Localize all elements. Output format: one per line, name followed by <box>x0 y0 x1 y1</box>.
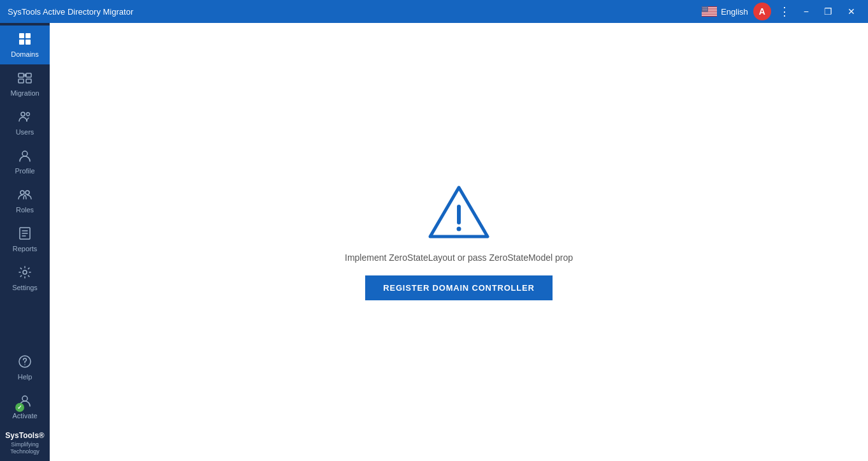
settings-icon <box>18 265 32 281</box>
main-content: Implement ZeroStateLayout or pass ZeroSt… <box>50 23 868 461</box>
svg-point-39 <box>21 112 25 116</box>
maximize-button[interactable]: ❐ <box>819 4 837 18</box>
svg-point-24 <box>705 10 706 10</box>
sidebar-item-migration[interactable]: Migration <box>0 64 50 103</box>
activate-check-icon: ✓ <box>15 403 24 412</box>
logo-sub: Simplifying Technology <box>3 441 47 456</box>
sidebar-item-label: Roles <box>16 206 34 214</box>
avatar-button[interactable]: A <box>753 3 771 20</box>
minimize-button[interactable]: − <box>799 4 814 18</box>
svg-rect-5 <box>702 13 717 14</box>
sidebar-item-label: Activate <box>12 412 37 420</box>
zero-state-text: Implement ZeroStateLayout or pass ZeroSt… <box>345 252 573 263</box>
profile-icon <box>18 149 32 165</box>
sidebar-item-label: Profile <box>15 167 34 175</box>
sidebar-item-label: Domains <box>11 50 38 58</box>
svg-point-15 <box>705 8 706 8</box>
svg-rect-36 <box>26 73 31 77</box>
svg-rect-32 <box>25 33 31 38</box>
sidebar-bottom: Help ✓ Activate SysTools® Simplifying Te <box>0 348 50 461</box>
svg-point-9 <box>704 6 704 7</box>
domains-icon <box>18 32 32 48</box>
reports-icon <box>18 226 32 242</box>
svg-point-17 <box>702 8 703 9</box>
sidebar-item-label: Reports <box>13 245 38 252</box>
flag-icon <box>702 6 717 17</box>
sidebar-item-help[interactable]: Help <box>0 348 50 387</box>
svg-point-28 <box>705 10 705 11</box>
sidebar-item-reports[interactable]: Reports <box>0 220 50 259</box>
svg-rect-37 <box>18 79 24 83</box>
svg-point-47 <box>24 364 25 365</box>
users-icon <box>18 110 32 126</box>
svg-point-45 <box>23 270 27 274</box>
sidebar-item-label: Settings <box>12 284 38 291</box>
language-label: English <box>721 7 748 17</box>
app-title: SysTools Active Directory Migrator <box>8 7 702 17</box>
sidebar-item-activate[interactable]: ✓ Activate <box>0 387 50 426</box>
svg-point-41 <box>22 151 27 156</box>
svg-point-42 <box>20 191 24 194</box>
svg-point-19 <box>705 8 705 9</box>
svg-point-30 <box>707 10 708 11</box>
sidebar-item-settings[interactable]: Settings <box>0 259 50 298</box>
warning-triangle-icon <box>427 184 491 240</box>
title-bar-controls: English A ⋮ − ❐ ✕ <box>702 2 860 21</box>
svg-point-13 <box>703 8 704 8</box>
sidebar-item-roles[interactable]: Roles <box>0 181 50 220</box>
svg-point-29 <box>706 10 707 11</box>
help-icon <box>18 355 32 370</box>
svg-point-20 <box>706 8 707 9</box>
sidebar-item-label: Migration <box>10 89 39 97</box>
svg-point-27 <box>704 10 704 11</box>
svg-point-16 <box>707 8 707 8</box>
app-layout: Domains Migration <box>0 23 868 461</box>
svg-point-51 <box>457 226 461 231</box>
svg-point-25 <box>707 10 707 10</box>
migration-icon <box>18 71 32 87</box>
svg-point-22 <box>703 10 704 10</box>
svg-point-14 <box>704 8 705 8</box>
svg-point-23 <box>704 10 705 10</box>
svg-rect-33 <box>19 40 24 45</box>
svg-rect-6 <box>702 15 717 16</box>
title-bar: SysTools Active Directory Migrator <box>0 0 868 23</box>
svg-point-48 <box>22 396 27 401</box>
svg-rect-4 <box>702 12 717 13</box>
roles-icon <box>18 187 32 203</box>
svg-point-21 <box>707 8 708 9</box>
sidebar-item-label: Help <box>18 373 33 381</box>
svg-point-26 <box>702 10 703 11</box>
svg-point-12 <box>707 6 708 7</box>
menu-dots-icon[interactable]: ⋮ <box>776 2 793 21</box>
language-selector[interactable]: English <box>702 6 748 17</box>
activate-icon-wrapper: ✓ <box>18 393 32 409</box>
sidebar-item-profile[interactable]: Profile <box>0 142 50 181</box>
svg-point-10 <box>705 6 705 7</box>
svg-rect-31 <box>19 33 24 38</box>
svg-rect-35 <box>18 73 24 77</box>
svg-point-18 <box>704 8 704 9</box>
svg-point-40 <box>27 113 30 116</box>
svg-rect-34 <box>25 40 31 45</box>
svg-rect-38 <box>26 79 31 83</box>
logo-name: SysTools® <box>3 431 47 441</box>
sidebar-logo: SysTools® Simplifying Technology <box>0 426 50 458</box>
sidebar-item-label: Users <box>16 128 34 136</box>
warning-container: Implement ZeroStateLayout or pass ZeroSt… <box>345 184 573 300</box>
sidebar-item-users[interactable]: Users <box>0 103 50 142</box>
close-button[interactable]: ✕ <box>843 4 860 18</box>
register-domain-controller-button[interactable]: REGISTER DOMAIN CONTROLLER <box>365 275 552 300</box>
svg-point-43 <box>25 191 29 194</box>
svg-point-8 <box>702 6 703 7</box>
svg-point-11 <box>706 6 707 7</box>
sidebar: Domains Migration <box>0 23 50 461</box>
sidebar-item-domains[interactable]: Domains <box>0 26 50 64</box>
